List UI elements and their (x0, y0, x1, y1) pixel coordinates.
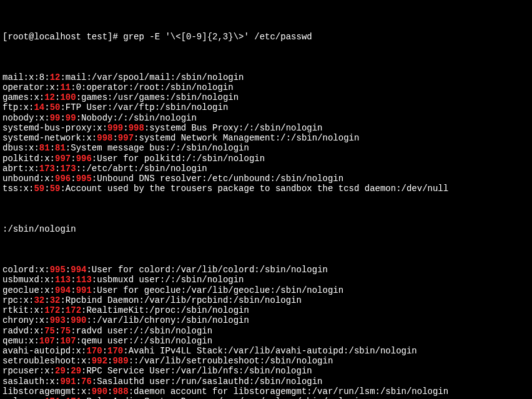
output-row: ftp:x:14:50:FTP User:/var/ftp:/sbin/nolo… (2, 102, 530, 112)
match-highlight: 172 (44, 305, 60, 315)
output-row: setroubleshoot:x:992:989::/var/lib/setro… (2, 356, 530, 366)
output-row: avahi-autoipd:x:170:170:Avahi IPv4LL Sta… (2, 346, 530, 356)
match-highlight: 50 (50, 102, 61, 112)
match-highlight: 32 (50, 295, 61, 305)
match-highlight: 59 (50, 184, 61, 194)
match-highlight: 994 (71, 265, 86, 275)
match-highlight: 11 (60, 82, 71, 92)
match-highlight: 171 (66, 397, 81, 399)
match-highlight: 81 (39, 143, 50, 153)
output-row: rpc:x:32:32:Rpcbind Daemon:/var/lib/rpcb… (2, 295, 530, 305)
output-row: libstoragemgmt:x:990:988:daemon account … (2, 387, 530, 397)
wrapped-tail: :/sbin/nologin (2, 224, 530, 234)
command-1: grep -E '\<[0-9]{2,3}\>' /etc/passwd (123, 32, 312, 42)
match-highlight: 992 (92, 356, 107, 366)
output-row: usbmuxd:x:113:113:usbmuxd user:/:/sbin/n… (2, 275, 530, 285)
match-highlight: 988 (112, 387, 128, 397)
match-highlight: 989 (112, 356, 128, 366)
output-row: chrony:x:993:990::/var/lib/chrony:/sbin/… (2, 315, 530, 325)
output-row: saslauth:x:991:76:Saslauthd user:/run/sa… (2, 377, 530, 387)
match-highlight: 107 (60, 336, 76, 346)
match-highlight: 29 (55, 366, 66, 376)
output-row: rpcuser:x:29:29:RPC Service User:/var/li… (2, 366, 530, 376)
match-highlight: 993 (50, 315, 66, 325)
match-highlight: 75 (44, 326, 55, 336)
match-highlight: 173 (39, 164, 55, 174)
match-highlight: 999 (107, 123, 123, 133)
match-highlight: 59 (34, 184, 44, 194)
match-highlight: 995 (50, 265, 66, 275)
match-highlight: 998 (97, 133, 112, 143)
grep-output-block-2: colord:x:995:994:User for colord:/var/li… (2, 265, 530, 399)
output-row: rtkit:x:172:172:RealtimeKit:/proc:/sbin/… (2, 305, 530, 315)
match-highlight: 29 (71, 366, 81, 376)
terminal[interactable]: [root@localhost test]# grep -E '\<[0-9]{… (0, 0, 532, 399)
match-highlight: 995 (76, 174, 92, 184)
match-highlight: 996 (76, 154, 92, 164)
output-row: radvd:x:75:75:radvd user:/:/sbin/nologin (2, 326, 530, 336)
output-row: mail:x:8:12:mail:/var/spool/mail:/sbin/n… (2, 72, 530, 82)
match-highlight: 14 (34, 102, 44, 112)
match-highlight: 994 (55, 285, 71, 295)
match-highlight: 99 (50, 113, 61, 123)
match-highlight: 171 (44, 397, 60, 399)
match-highlight: 107 (39, 336, 55, 346)
match-highlight: 113 (76, 275, 92, 285)
output-row: unbound:x:996:995:Unbound DNS resolver:/… (2, 174, 530, 184)
output-row: systemd-bus-proxy:x:999:998:systemd Bus … (2, 123, 530, 133)
prompt-line-1: [root@localhost test]# grep -E '\<[0-9]{… (2, 32, 530, 42)
match-highlight: 12 (44, 92, 55, 102)
match-highlight: 996 (55, 174, 71, 184)
match-highlight: 991 (76, 285, 92, 295)
match-highlight: 997 (118, 133, 134, 143)
output-row: games:x:12:100:games:/usr/games:/sbin/no… (2, 92, 530, 102)
output-row: pulse:x:171:171:PulseAudio System Daemon… (2, 397, 530, 399)
match-highlight: 12 (50, 72, 61, 82)
grep-output-block-1: mail:x:8:12:mail:/var/spool/mail:/sbin/n… (2, 72, 530, 194)
output-row: qemu:x:107:107:qemu user:/:/sbin/nologin (2, 336, 530, 346)
output-row: polkitd:x:997:996:User for polkitd:/:/sb… (2, 154, 530, 164)
match-highlight: 75 (60, 326, 71, 336)
match-highlight: 990 (92, 387, 107, 397)
match-highlight: 170 (107, 346, 123, 356)
match-highlight: 113 (55, 275, 71, 285)
output-row: systemd-network:x:998:997:systemd Networ… (2, 133, 530, 143)
match-highlight: 170 (86, 346, 102, 356)
match-highlight: 172 (66, 305, 81, 315)
output-row: dbus:x:81:81:System message bus:/:/sbin/… (2, 143, 530, 153)
match-highlight: 173 (60, 164, 76, 174)
output-row: abrt:x:173:173::/etc/abrt:/sbin/nologin (2, 164, 530, 174)
match-highlight: 991 (60, 377, 76, 387)
output-row: colord:x:995:994:User for colord:/var/li… (2, 265, 530, 275)
match-highlight: 100 (60, 92, 76, 102)
match-highlight: 81 (55, 143, 66, 153)
match-highlight: 997 (55, 154, 71, 164)
match-highlight: 99 (66, 113, 76, 123)
match-highlight: 990 (71, 315, 86, 325)
output-row: geoclue:x:994:991:User for geoclue:/var/… (2, 285, 530, 295)
match-highlight: 998 (129, 123, 144, 133)
output-row: nobody:x:99:99:Nobody:/:/sbin/nologin (2, 113, 530, 123)
match-highlight: 32 (34, 295, 44, 305)
output-row: tss:x:59:59:Account used by the trousers… (2, 184, 530, 194)
prompt-prefix: [root@localhost test]# (2, 32, 123, 42)
match-highlight: 76 (81, 377, 92, 387)
output-row: operator:x:11:0:operator:/root:/sbin/nol… (2, 82, 530, 92)
